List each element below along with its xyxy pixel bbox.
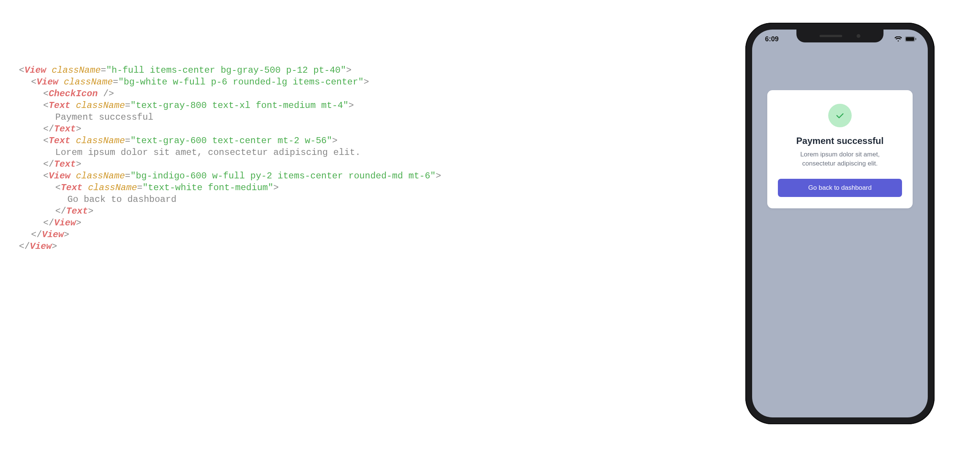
code-line[interactable]: Payment successful bbox=[19, 112, 730, 123]
code-line[interactable]: </Text> bbox=[19, 123, 730, 135]
battery-icon bbox=[905, 37, 916, 41]
code-line[interactable]: </Text> bbox=[19, 205, 730, 217]
code-line[interactable]: Lorem ipsum dolor sit amet, consectetur … bbox=[19, 147, 730, 158]
svg-rect-1 bbox=[906, 37, 914, 41]
code-line[interactable]: <CheckIcon /> bbox=[19, 88, 730, 100]
code-line[interactable]: </View> bbox=[19, 241, 730, 252]
code-line[interactable]: <Text className="text-white font-medium"… bbox=[19, 182, 730, 194]
code-line[interactable]: Go back to dashboard bbox=[19, 194, 730, 205]
phone-screen: 6:09 Payment bbox=[752, 30, 928, 418]
code-line[interactable]: </View> bbox=[19, 217, 730, 229]
card-title: Payment successful bbox=[796, 135, 884, 146]
svg-rect-2 bbox=[915, 38, 916, 40]
card-body: Lorem ipsum dolor sit amet, consectetur … bbox=[787, 150, 893, 168]
code-line[interactable]: <View className="bg-white w-full p-6 rou… bbox=[19, 76, 730, 88]
success-card: Payment successful Lorem ipsum dolor sit… bbox=[767, 90, 913, 208]
status-time: 6:09 bbox=[765, 35, 779, 43]
dashboard-button-label: Go back to dashboard bbox=[808, 184, 871, 191]
code-line[interactable]: <View className="bg-indigo-600 w-full py… bbox=[19, 170, 730, 182]
code-line[interactable]: <View className="h-full items-center bg-… bbox=[19, 64, 730, 76]
dashboard-button[interactable]: Go back to dashboard bbox=[778, 179, 902, 197]
check-icon bbox=[828, 104, 852, 127]
app-body: Payment successful Lorem ipsum dolor sit… bbox=[752, 30, 928, 418]
code-editor[interactable]: <View className="h-full items-center bg-… bbox=[0, 0, 745, 475]
code-line[interactable]: <Text className="text-gray-600 text-cent… bbox=[19, 135, 730, 147]
wifi-icon bbox=[894, 37, 902, 41]
phone-preview: 6:09 Payment bbox=[745, 0, 957, 475]
code-line[interactable]: </View> bbox=[19, 229, 730, 241]
code-line[interactable]: <Text className="text-gray-800 text-xl f… bbox=[19, 100, 730, 112]
code-line[interactable]: </Text> bbox=[19, 158, 730, 170]
phone-frame: 6:09 Payment bbox=[745, 23, 935, 424]
phone-notch bbox=[796, 30, 883, 42]
